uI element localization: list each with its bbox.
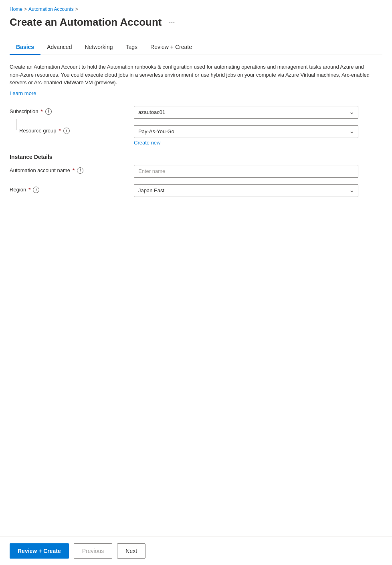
instance-details-section: Instance Details (10, 154, 382, 160)
more-options-button[interactable]: ··· (166, 17, 177, 27)
tab-tags[interactable]: Tags (119, 40, 144, 55)
subscription-select-wrapper: azautoac01 (134, 106, 358, 119)
resource-group-row: Resource group * i Pay-As-You-Go Create … (10, 125, 382, 146)
footer: Review + Create Previous Next (0, 537, 392, 565)
breadcrumb-automation-accounts[interactable]: Automation Accounts (28, 6, 74, 12)
create-new-link[interactable]: Create new (134, 140, 160, 146)
review-create-button[interactable]: Review + Create (10, 543, 69, 559)
resource-group-select[interactable]: Pay-As-You-Go (134, 125, 358, 138)
breadcrumb-sep1: > (24, 6, 27, 12)
subscription-info-icon[interactable]: i (45, 108, 52, 115)
tabs: Basics Advanced Networking Tags Review +… (10, 40, 382, 55)
tabs-container: Basics Advanced Networking Tags Review +… (10, 40, 382, 55)
tree-line (16, 119, 16, 130)
subscription-label: Subscription (10, 108, 38, 114)
region-label: Region (10, 187, 26, 193)
account-name-row: Automation account name * i (10, 165, 382, 178)
description-text: Create an Automation Account to hold the… (10, 63, 370, 87)
subscription-row: Subscription * i azautoac01 (10, 106, 382, 119)
account-name-label-col: Automation account name * i (10, 165, 134, 174)
region-info-icon[interactable]: i (33, 187, 39, 193)
subscription-label-col: Subscription * i (10, 106, 134, 115)
resource-group-control: Pay-As-You-Go Create new (134, 125, 358, 146)
account-name-input[interactable] (134, 165, 358, 178)
region-select-wrapper: Japan East (134, 184, 358, 197)
breadcrumb-home[interactable]: Home (10, 6, 22, 12)
region-control: Japan East (134, 184, 358, 197)
region-row: Region * i Japan East (10, 184, 382, 197)
breadcrumb-sep2: > (75, 6, 78, 12)
account-name-control (134, 165, 358, 178)
resource-group-required: * (59, 128, 61, 134)
account-name-required: * (73, 167, 75, 173)
previous-button[interactable]: Previous (74, 543, 112, 559)
breadcrumb: Home > Automation Accounts > (10, 6, 382, 12)
page-title-row: Create an Automation Account ··· (10, 16, 382, 28)
account-name-info-icon[interactable]: i (77, 167, 83, 174)
resource-group-label: Resource group (19, 128, 57, 134)
tab-advanced[interactable]: Advanced (40, 40, 78, 55)
next-button[interactable]: Next (117, 543, 145, 559)
tab-networking[interactable]: Networking (78, 40, 119, 55)
tab-review-create[interactable]: Review + Create (144, 40, 198, 55)
resource-group-info-icon[interactable]: i (63, 128, 70, 134)
resource-group-label-col: Resource group * i (10, 125, 134, 134)
resource-group-select-wrapper: Pay-As-You-Go (134, 125, 358, 138)
subscription-control: azautoac01 (134, 106, 358, 119)
learn-more-link[interactable]: Learn more (10, 90, 36, 96)
region-select[interactable]: Japan East (134, 184, 358, 197)
instance-details-title: Instance Details (10, 154, 382, 160)
form-section: Subscription * i azautoac01 Resource gro… (10, 106, 382, 197)
subscription-select[interactable]: azautoac01 (134, 106, 358, 119)
region-label-col: Region * i (10, 184, 134, 193)
account-name-label: Automation account name (10, 167, 70, 173)
page-title: Create an Automation Account (10, 16, 162, 28)
region-required: * (28, 187, 30, 193)
subscription-required: * (41, 108, 43, 114)
tab-basics[interactable]: Basics (10, 40, 40, 55)
